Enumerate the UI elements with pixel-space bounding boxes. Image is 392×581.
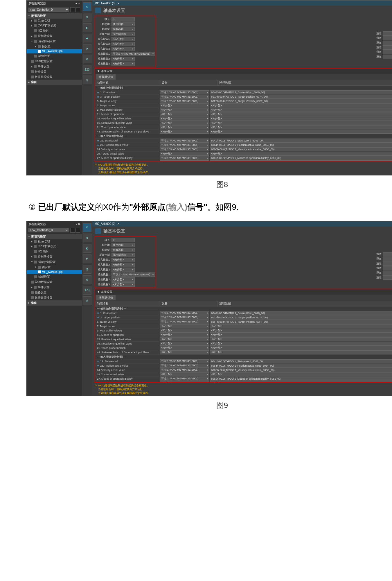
procdata-cell[interactable]: 606Ch-00.0(TxPDO 1_Velocity actual value… xyxy=(210,368,392,372)
procdata-cell[interactable]: 607Ah-00.0(RxPDO 1_Target position_607A_… xyxy=(210,315,392,320)
procdata-cell[interactable]: <未分配> xyxy=(210,121,392,125)
device-cell[interactable]: 节点:1 YAKO MS-MINI3E(E001) xyxy=(160,90,209,94)
procdata-cell[interactable]: <未分配> xyxy=(210,152,392,156)
tool-2[interactable]: ⇅ xyxy=(83,13,91,21)
procdata-cell[interactable]: <未分配> xyxy=(210,381,392,382)
tool-7[interactable]: 123 xyxy=(83,65,91,74)
fb-dd[interactable]: 无控制回路 xyxy=(112,32,135,36)
procdata-cell[interactable]: <未分配> xyxy=(210,116,392,121)
tree-cam[interactable]: Cam数据设置 xyxy=(27,59,82,64)
device-cell[interactable]: <未分配> xyxy=(160,152,209,156)
procdata-cell[interactable]: 6064h-00.0(TxPDO 1_Position actual value… xyxy=(210,364,392,368)
tool-3[interactable]: ◐ xyxy=(83,23,91,32)
procdata-cell[interactable]: <未分配> xyxy=(210,324,392,328)
procdata-cell[interactable]: <未分配> xyxy=(210,372,392,376)
tree-section-prog[interactable]: ▶编程 xyxy=(27,80,82,85)
procdata-cell[interactable]: 6040h-00.0(RxPDO 1_ControlWord_6040_00) xyxy=(210,90,392,94)
device-cell[interactable]: <未分配> xyxy=(160,130,209,134)
device-cell[interactable]: 节点:1 YAKO MS-MINI3E(E001) xyxy=(160,99,209,103)
device-cell[interactable]: <未分配> xyxy=(160,342,209,346)
restore-button[interactable]: 恢复默认值 xyxy=(96,295,116,300)
procdata-cell[interactable]: <未分配> xyxy=(210,329,392,333)
device-cell[interactable]: 节点:1 YAKO MS-MINI3E(E001) xyxy=(160,147,209,151)
controller-dropdown[interactable]: new_Controller_0▾ xyxy=(28,8,69,12)
device-cell[interactable]: <未分配> xyxy=(160,372,209,376)
device-cell[interactable]: 节点:1 YAKO MS-MINI3E(E001) xyxy=(160,377,209,381)
tree-ethercat[interactable]: ▶EtherCAT xyxy=(27,19,82,23)
procdata-cell[interactable]: 6061h-00.0(TxPDO 1_Modes of operation di… xyxy=(210,156,392,160)
device-cell[interactable]: <未分配> xyxy=(160,329,209,333)
tool-5[interactable]: ◔ xyxy=(83,44,91,53)
procdata-cell[interactable]: 6041h-00.0(TxPDO 1_StatusWord_6041_00) xyxy=(210,359,392,363)
axis-type-dd[interactable]: 伺服器轴 xyxy=(112,27,135,31)
procdata-cell[interactable]: <未分配> xyxy=(210,125,392,129)
procdata-cell[interactable]: 60FFh-00.0(RxPDO 1_Target Velocity_60FF_… xyxy=(210,320,392,324)
device-cell[interactable]: <未分配> xyxy=(160,346,209,350)
device-cell[interactable]: <未分配> xyxy=(160,337,209,341)
procdata-cell[interactable]: 60FFh-00.0(RxPDO 1_Target Velocity_60FF_… xyxy=(210,99,392,103)
procdata-cell[interactable]: 607Ah-00.0(RxPDO 1_Target position_607A_… xyxy=(210,95,392,99)
view-btn-2[interactable] xyxy=(75,7,80,12)
device-cell[interactable]: <未分配> xyxy=(160,108,209,112)
procdata-cell[interactable]: <未分配> xyxy=(210,108,392,112)
out3-dd[interactable]: <未分配> xyxy=(112,62,135,66)
tree-io[interactable]: I/O 映射 xyxy=(27,28,82,33)
tree-cpu[interactable]: ▶CPU/扩展机架 xyxy=(27,23,82,28)
procdata-cell[interactable]: <未分配> xyxy=(210,103,392,107)
out1-dd[interactable]: 节点:1 YAKO MS-MINI3E(E001) xyxy=(112,52,155,56)
device-cell[interactable]: 节点:1 YAKO MS-MINI3E(E001) xyxy=(160,139,209,143)
procdata-cell[interactable]: 6064h-00.0(TxPDO 1_Position actual value… xyxy=(210,143,392,147)
tree-trace[interactable]: 数据跟踪设置 xyxy=(27,74,82,80)
device-cell[interactable]: 节点:1 YAKO MS-MINI3E(E001) xyxy=(160,368,209,372)
device-cell[interactable]: 节点:1 YAKO MS-MINI3E(E001) xyxy=(160,156,209,160)
tree-event[interactable]: ▶事件设置 xyxy=(27,64,82,69)
view-btn-1[interactable] xyxy=(70,7,75,12)
device-cell[interactable]: 节点:1 YAKO MS-MINI3E(E001) xyxy=(160,320,209,324)
close-icon[interactable]: ✕ xyxy=(117,2,120,5)
procdata-cell[interactable]: 6040h-00.0(RxPDO 1_ControlWord_6040_00) xyxy=(210,311,392,315)
procdata-cell[interactable]: <未分配> xyxy=(210,112,392,116)
tree-mc-axis000[interactable]: MC_Axis000 (0) xyxy=(27,49,82,53)
device-cell[interactable]: 节点:1 YAKO MS-MINI3E(E001) xyxy=(160,311,209,315)
in2-dd[interactable]: <未分配> xyxy=(112,42,135,46)
device-cell[interactable]: <未分配> xyxy=(160,121,209,125)
detail-header[interactable]: ▼ 详细设置 xyxy=(95,69,392,74)
in1-dd[interactable]: <未分配> xyxy=(112,37,135,41)
procdata-cell[interactable]: 6061h-00.0(TxPDO 1_Modes of operation di… xyxy=(210,377,392,381)
device-cell[interactable]: <未分配> xyxy=(160,160,209,161)
tree-task[interactable]: 任务设置 xyxy=(27,69,82,74)
procdata-cell[interactable]: <未分配> xyxy=(210,160,392,161)
device-cell[interactable]: 节点:1 YAKO MS-MINI3E(E001) xyxy=(160,359,209,363)
tool-8[interactable]: ◎ xyxy=(83,76,91,84)
procdata-cell[interactable]: <未分配> xyxy=(210,346,392,350)
tree-axis-cfg[interactable]: ▼轴设置 xyxy=(27,44,82,49)
procdata-cell[interactable]: <未分配> xyxy=(210,333,392,337)
device-cell[interactable]: 节点:1 YAKO MS-MINI3E(E001) xyxy=(160,143,209,147)
tab-mc-axis[interactable]: MC_Axis000 (0)✕ xyxy=(92,1,122,6)
out2-dd[interactable]: <未分配> xyxy=(112,57,135,61)
device-cell[interactable]: <未分配> xyxy=(160,324,209,328)
device-cell[interactable]: <未分配> xyxy=(160,333,209,337)
tree-section-config[interactable]: ▼配置和设置 xyxy=(27,13,82,19)
procdata-cell[interactable]: 6041h-00.0(TxPDO 1_StatusWord_6041_00) xyxy=(210,139,392,143)
tree-axisgrp[interactable]: 轴组设置 xyxy=(27,53,82,59)
procdata-cell[interactable]: <未分配> xyxy=(210,130,392,134)
tree-ctrl[interactable]: ▶控制器设置 xyxy=(27,33,82,39)
restore-button[interactable]: 恢复默认值 xyxy=(96,74,116,80)
axis-no-field[interactable]: 0 xyxy=(112,17,135,21)
procdata-cell[interactable]: <未分配> xyxy=(210,337,392,341)
device-cell[interactable]: 节点:1 YAKO MS-MINI3E(E001) xyxy=(160,95,209,99)
ch-dd[interactable] xyxy=(383,31,392,36)
device-cell[interactable]: <未分配> xyxy=(160,112,209,116)
procdata-cell[interactable]: <未分配> xyxy=(210,342,392,346)
device-cell[interactable]: <未分配> xyxy=(160,350,209,354)
device-cell[interactable]: <未分配> xyxy=(160,116,209,121)
device-cell[interactable]: <未分配> xyxy=(160,125,209,129)
tool-6[interactable]: ⊕ xyxy=(83,55,91,63)
device-cell[interactable]: <未分配> xyxy=(160,103,209,107)
in3-dd[interactable]: <未分配> xyxy=(112,47,135,51)
device-cell[interactable]: <未分配> xyxy=(160,381,209,382)
controller-dropdown[interactable]: new_Controller_0▾ xyxy=(28,228,69,232)
tool-4[interactable]: ⇄ xyxy=(83,34,91,42)
procdata-cell[interactable]: 606Ch-00.0(TxPDO 1_Velocity actual value… xyxy=(210,147,392,151)
